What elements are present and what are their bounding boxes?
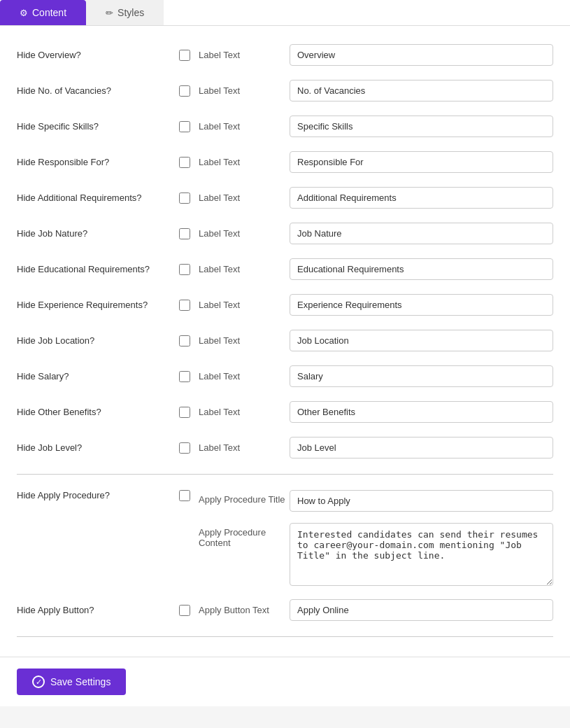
input-job-level[interactable] — [290, 437, 553, 458]
tab-styles[interactable]: ✏ Styles — [86, 0, 164, 25]
form-row-exp-req: Hide Experience Requirements? Label Text — [17, 287, 553, 323]
checkbox-other-benefits[interactable] — [179, 407, 190, 418]
checkbox-salary[interactable] — [179, 371, 190, 382]
label-text-job-nature: Label Text — [199, 228, 290, 239]
checkbox-exp-req[interactable] — [179, 300, 190, 311]
form-row-additional-req: Hide Additional Requirements? Label Text — [17, 180, 553, 216]
checkbox-job-level[interactable] — [179, 442, 190, 454]
input-cell-responsible-for — [290, 151, 553, 173]
input-edu-req[interactable] — [290, 258, 553, 280]
form-row-vacancies: Hide No. of Vacancies? Label Text — [17, 73, 553, 108]
brush-icon: ✏ — [106, 8, 113, 18]
checkbox-cell-vacancies — [171, 85, 199, 97]
hide-label-additional-req: Hide Additional Requirements? — [17, 192, 171, 203]
label-text-job-location: Label Text — [199, 335, 290, 346]
form-row-overview: Hide Overview? Label Text — [17, 37, 553, 73]
checkbox-cell-exp-req — [171, 300, 199, 311]
hide-apply-procedure-checkbox-cell — [171, 490, 199, 501]
apply-procedure-title-input-cell — [290, 490, 553, 512]
apply-procedure-content-textarea[interactable]: Interested candidates can send their res… — [290, 523, 553, 586]
hide-apply-button-checkbox[interactable] — [179, 605, 190, 616]
footer-area: ✓ Save Settings — [0, 657, 570, 706]
form-row-job-level: Hide Job Level? Label Text — [17, 430, 553, 465]
bottom-section-divider — [17, 636, 553, 637]
input-vacancies[interactable] — [290, 80, 553, 102]
checkbox-vacancies[interactable] — [179, 85, 190, 97]
apply-button-row: Hide Apply Button? Apply Button Text — [17, 592, 553, 628]
tab-bar: ⚙ Content ✏ Styles — [0, 0, 570, 26]
form-row-edu-req: Hide Educational Requirements? Label Tex… — [17, 251, 553, 287]
checkbox-cell-job-location — [171, 335, 199, 346]
input-responsible-for[interactable] — [290, 151, 553, 173]
input-cell-exp-req — [290, 294, 553, 316]
checkbox-edu-req[interactable] — [179, 264, 190, 275]
label-text-additional-req: Label Text — [199, 192, 290, 203]
apply-button-text-input[interactable] — [290, 599, 553, 621]
hide-label-other-benefits: Hide Other Benefits? — [17, 407, 171, 417]
input-cell-job-nature — [290, 223, 553, 244]
checkbox-cell-overview — [171, 50, 199, 61]
check-circle-icon: ✓ — [32, 676, 45, 688]
input-cell-job-level — [290, 437, 553, 458]
checkbox-cell-job-level — [171, 442, 199, 454]
tab-content[interactable]: ⚙ Content — [0, 0, 86, 25]
save-settings-button[interactable]: ✓ Save Settings — [17, 668, 126, 695]
input-cell-edu-req — [290, 258, 553, 280]
hide-apply-procedure-checkbox[interactable] — [179, 490, 190, 501]
checkbox-cell-additional-req — [171, 192, 199, 204]
label-text-salary: Label Text — [199, 371, 290, 382]
checkbox-responsible-for[interactable] — [179, 157, 190, 168]
input-specific-skills[interactable] — [290, 115, 553, 137]
apply-procedure-title-input[interactable] — [290, 490, 553, 512]
input-cell-additional-req — [290, 187, 553, 209]
input-exp-req[interactable] — [290, 294, 553, 316]
label-text-exp-req: Label Text — [199, 300, 290, 310]
hide-label-specific-skills: Hide Specific Skills? — [17, 121, 171, 132]
hide-label-edu-req: Hide Educational Requirements? — [17, 264, 171, 274]
tab-content-label: Content — [32, 7, 66, 18]
checkbox-job-nature[interactable] — [179, 228, 190, 239]
checkbox-job-location[interactable] — [179, 335, 190, 346]
hide-label-exp-req: Hide Experience Requirements? — [17, 300, 171, 310]
label-text-overview: Label Text — [199, 50, 290, 60]
apply-button-text-label: Apply Button Text — [199, 605, 290, 615]
hide-label-salary: Hide Salary? — [17, 371, 171, 382]
input-salary[interactable] — [290, 365, 553, 387]
input-job-nature[interactable] — [290, 223, 553, 244]
form-row-job-location: Hide Job Location? Label Text — [17, 323, 553, 358]
input-other-benefits[interactable] — [290, 401, 553, 423]
checkbox-cell-specific-skills — [171, 121, 199, 132]
apply-button-text-input-cell — [290, 599, 553, 621]
apply-procedure-content-label: Apply Procedure Content — [199, 523, 290, 548]
checkbox-cell-other-benefits — [171, 407, 199, 418]
checkbox-overview[interactable] — [179, 50, 190, 61]
hide-apply-procedure-label: Hide Apply Procedure? — [17, 490, 171, 500]
input-cell-salary — [290, 365, 553, 387]
form-row-specific-skills: Hide Specific Skills? Label Text — [17, 108, 553, 144]
input-job-location[interactable] — [290, 330, 553, 351]
save-settings-label: Save Settings — [50, 676, 111, 687]
form-rows: Hide Overview? Label Text Hide No. of Va… — [17, 37, 553, 465]
hide-label-job-location: Hide Job Location? — [17, 335, 171, 346]
apply-procedure-row: Hide Apply Procedure? Apply Procedure Ti… — [17, 483, 553, 519]
label-text-specific-skills: Label Text — [199, 121, 290, 132]
input-additional-req[interactable] — [290, 187, 553, 209]
hide-apply-button-label: Hide Apply Button? — [17, 605, 171, 615]
checkbox-cell-edu-req — [171, 264, 199, 275]
tab-styles-label: Styles — [117, 7, 144, 18]
input-cell-job-location — [290, 330, 553, 351]
checkbox-additional-req[interactable] — [179, 192, 190, 204]
hide-label-job-level: Hide Job Level? — [17, 442, 171, 453]
form-row-salary: Hide Salary? Label Text — [17, 358, 553, 394]
label-text-other-benefits: Label Text — [199, 407, 290, 417]
input-cell-other-benefits — [290, 401, 553, 423]
input-overview[interactable] — [290, 44, 553, 66]
gear-icon: ⚙ — [20, 8, 28, 18]
apply-procedure-content-row: Apply Procedure Content Interested candi… — [17, 519, 553, 592]
hide-label-job-nature: Hide Job Nature? — [17, 228, 171, 239]
section-divider — [17, 474, 553, 475]
label-text-responsible-for: Label Text — [199, 157, 290, 167]
content-area: Hide Overview? Label Text Hide No. of Va… — [0, 26, 570, 657]
input-cell-specific-skills — [290, 115, 553, 137]
checkbox-specific-skills[interactable] — [179, 121, 190, 132]
